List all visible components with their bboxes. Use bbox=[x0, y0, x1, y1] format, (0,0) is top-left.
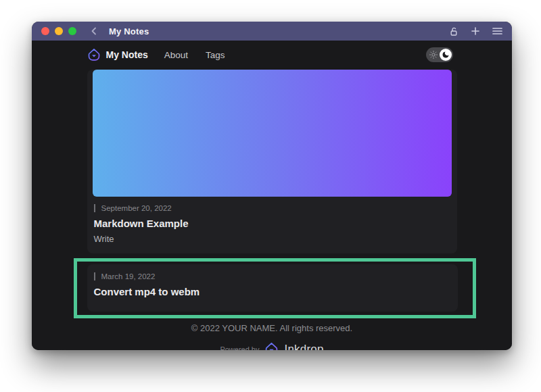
inkdrop-logo-icon bbox=[87, 48, 101, 62]
date-tick-bar bbox=[94, 272, 95, 280]
brand-home-link[interactable]: My Notes bbox=[87, 48, 148, 62]
note-date: September 20, 2022 bbox=[101, 204, 172, 212]
note-title[interactable]: Markdown Example bbox=[94, 218, 450, 229]
new-tab-button[interactable] bbox=[470, 26, 481, 36]
copyright-text: © 2022 YOUR NAME. All rights reserved. bbox=[87, 323, 457, 333]
note-title[interactable]: Convert mp4 to webm bbox=[94, 286, 451, 297]
traffic-lights bbox=[41, 27, 76, 35]
note-excerpt: Write bbox=[94, 234, 450, 244]
note-date: March 19, 2022 bbox=[101, 272, 156, 280]
content-column: My Notes About Tags bbox=[87, 41, 457, 350]
site-nav: About Tags bbox=[164, 50, 225, 60]
screenshot-canvas: My Notes bbox=[0, 0, 541, 392]
date-tick-bar bbox=[94, 204, 95, 212]
theme-toggle[interactable] bbox=[426, 47, 453, 62]
brand-label: My Notes bbox=[106, 49, 148, 60]
site-header: My Notes About Tags bbox=[87, 41, 457, 69]
titlebar-actions bbox=[448, 26, 502, 36]
inkdrop-logo-icon bbox=[264, 342, 279, 350]
plus-icon bbox=[471, 26, 480, 36]
notes-page: My Notes About Tags bbox=[32, 41, 512, 350]
note-date-row: March 19, 2022 bbox=[94, 272, 451, 280]
back-button[interactable] bbox=[90, 26, 98, 36]
minimize-button[interactable] bbox=[55, 27, 63, 35]
menu-button[interactable] bbox=[492, 26, 502, 36]
nav-link-about[interactable]: About bbox=[164, 50, 188, 60]
note-cover-gradient[interactable] bbox=[93, 70, 452, 197]
unlock-icon bbox=[449, 26, 458, 36]
unlock-button[interactable] bbox=[448, 26, 459, 36]
app-window: My Notes bbox=[32, 22, 512, 350]
powered-by-row: Powered by Inkdrop bbox=[87, 342, 457, 350]
chevron-left-icon bbox=[90, 26, 98, 36]
window-title: My Notes bbox=[109, 26, 149, 36]
powered-by-brand-link[interactable]: Inkdrop bbox=[284, 343, 323, 351]
theme-toggle-knob bbox=[440, 49, 452, 61]
sun-icon bbox=[429, 51, 438, 59]
moon-icon bbox=[442, 51, 450, 59]
note-card-convert-mp4[interactable]: March 19, 2022 Convert mp4 to webm bbox=[87, 264, 458, 312]
note-meta: September 20, 2022 Markdown Example Writ… bbox=[93, 204, 452, 244]
powered-by-label: Powered by bbox=[220, 345, 259, 351]
maximize-button[interactable] bbox=[68, 27, 76, 35]
hamburger-menu-icon bbox=[492, 27, 502, 35]
close-button[interactable] bbox=[41, 27, 49, 35]
annotation-highlight-box: March 19, 2022 Convert mp4 to webm bbox=[74, 258, 476, 318]
nav-link-tags[interactable]: Tags bbox=[206, 50, 225, 60]
note-card-markdown-example[interactable]: September 20, 2022 Markdown Example Writ… bbox=[87, 70, 457, 253]
window-titlebar: My Notes bbox=[32, 22, 512, 41]
note-date-row: September 20, 2022 bbox=[94, 204, 450, 212]
